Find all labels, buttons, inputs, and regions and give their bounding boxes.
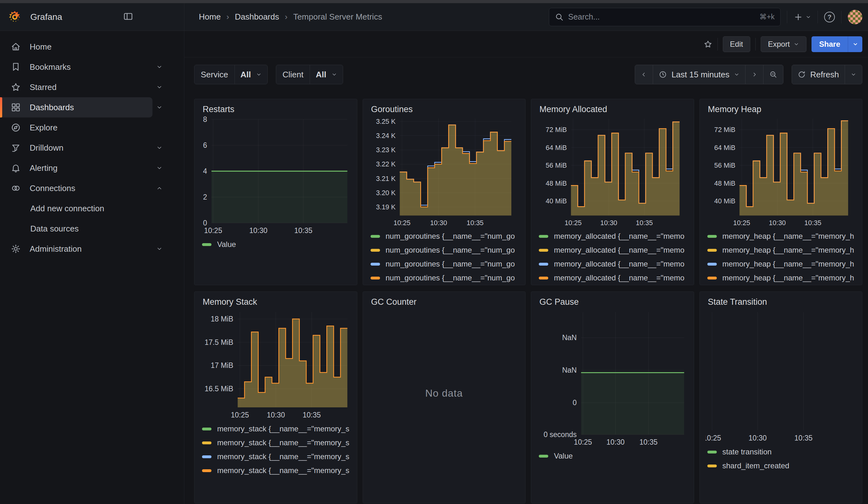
legend-item[interactable]: memory_heap {__name__="memory_h [705, 243, 857, 257]
sidebar-item-alerting[interactable]: Alerting [0, 158, 153, 178]
sidebar-item-label: Starred [30, 82, 56, 92]
user-avatar[interactable] [848, 10, 862, 24]
sidebar-expand-starred[interactable] [153, 84, 166, 90]
state-transition-chart[interactable]: 10:2510:3010:35 [705, 309, 857, 443]
svg-text:3.24 K: 3.24 K [376, 132, 396, 140]
breadcrumb-home[interactable]: Home [199, 12, 221, 22]
legend-swatch [707, 451, 717, 453]
export-button[interactable]: Export [761, 36, 806, 52]
refresh-interval-button[interactable] [845, 65, 862, 84]
sidebar-item-home[interactable]: Home [0, 37, 166, 57]
legend: Value [537, 449, 688, 463]
legend-item[interactable]: memory_allocated {__name__="memo [537, 257, 688, 271]
legend-item[interactable]: memory_allocated {__name__="memo [537, 229, 688, 243]
legend-item[interactable]: num_goroutines {__name__="num_go [369, 243, 520, 257]
goroutines-chart[interactable]: 3.25 K3.24 K3.23 K3.22 K3.21 K3.20 K3.19… [369, 116, 520, 227]
sidebar-item-administration[interactable]: Administration [0, 239, 153, 259]
svg-text:17 MiB: 17 MiB [210, 361, 233, 369]
legend-item[interactable]: memory_heap {__name__="memory_h [705, 257, 857, 271]
chevron-down-icon [794, 41, 799, 47]
sidebar-expand-administration[interactable] [153, 246, 166, 252]
sidebar-toggle-button[interactable] [123, 11, 133, 23]
panel-title[interactable]: Memory Stack [200, 296, 351, 309]
legend-item[interactable]: memory_allocated {__name__="memo [537, 271, 688, 285]
client-filter[interactable]: Client All [276, 65, 343, 84]
refresh-button[interactable]: Refresh [792, 65, 845, 84]
legend-item[interactable]: Value [200, 237, 351, 251]
legend-item[interactable]: memory_stack {__name__="memory_s [200, 422, 351, 436]
service-filter[interactable]: Service All [194, 65, 268, 84]
legend-item[interactable]: memory_stack {__name__="memory_s [200, 464, 351, 477]
favorite-star-button[interactable] [704, 40, 712, 49]
share-button[interactable]: Share [812, 36, 848, 52]
breadcrumb-dashboards[interactable]: Dashboards [235, 12, 279, 22]
breadcrumb-current: Temporal Server Metrics [293, 12, 382, 22]
sidebar-item-explore[interactable]: Explore [0, 117, 166, 138]
legend-item[interactable]: memory_allocated {__name__="memo [537, 243, 688, 257]
legend-item[interactable]: memory_heap {__name__="memory_h [705, 229, 857, 243]
panel-title[interactable]: GC Counter [369, 296, 520, 309]
legend-label: memory_stack {__name__="memory_s [217, 424, 349, 433]
panel-title[interactable]: Goroutines [369, 103, 520, 116]
legend-item[interactable]: Value [537, 449, 688, 463]
time-range-picker[interactable]: Last 15 minutes [653, 65, 745, 84]
share-menu-button[interactable] [848, 36, 862, 52]
filters-bar: Service All Client All [184, 65, 868, 84]
bell-icon [11, 163, 21, 173]
sidebar-item-dashboards[interactable]: Dashboards [0, 97, 153, 117]
brand-name[interactable]: Grafana [30, 12, 62, 22]
legend-item[interactable]: shard_item_created [705, 459, 857, 473]
sidebar-item-add-new-connection[interactable]: Add new connection [0, 198, 166, 218]
sidebar-item-label: Alerting [30, 163, 58, 173]
sidebar-item-data-sources[interactable]: Data sources [0, 218, 166, 239]
sidebar-item-bookmarks[interactable]: Bookmarks [0, 57, 153, 77]
time-back-button[interactable] [635, 65, 653, 84]
svg-text:64 MiB: 64 MiB [546, 144, 567, 152]
restarts-chart[interactable]: 8642010:2510:3010:35 [200, 116, 351, 236]
panel-title[interactable]: Memory Heap [705, 103, 857, 116]
share-button-group: Share [812, 36, 862, 52]
panel-title[interactable]: State Transition [705, 296, 857, 309]
help-button[interactable]: ? [824, 12, 835, 22]
sidebar-item-drilldown[interactable]: Drilldown [0, 138, 153, 158]
search-box[interactable]: ⌘+k [549, 8, 781, 26]
legend-item[interactable]: memory_heap {__name__="memory_h [705, 271, 857, 285]
add-new-button[interactable] [794, 12, 811, 22]
legend-item[interactable]: num_goroutines {__name__="num_go [369, 257, 520, 271]
star-outline-icon [704, 40, 712, 49]
sidebar-collapse-connections[interactable] [153, 185, 166, 192]
legend-item[interactable]: memory_stack {__name__="memory_s [200, 450, 351, 464]
svg-text:10:35: 10:35 [794, 434, 813, 442]
edit-button[interactable]: Edit [723, 36, 750, 52]
sidebar-expand-alerting[interactable] [153, 165, 166, 171]
sidebar-item-connections[interactable]: Connections [0, 178, 153, 198]
chevron-up-icon [156, 185, 163, 192]
panel-title[interactable]: GC Pause [537, 296, 688, 309]
svg-text:10:25: 10:25 [204, 226, 222, 235]
svg-text:48 MiB: 48 MiB [714, 180, 735, 187]
legend-label: memory_heap {__name__="memory_h [723, 246, 854, 255]
dock-panel-icon [123, 11, 133, 21]
memory-heap-chart[interactable]: 72 MiB64 MiB56 MiB48 MiB40 MiB10:2510:30… [705, 116, 857, 227]
panel-title[interactable]: Restarts [200, 103, 351, 116]
legend-item[interactable]: memory_stack {__name__="memory_s [200, 436, 351, 450]
legend-item[interactable]: state transition [705, 445, 857, 459]
zoom-out-button[interactable] [763, 65, 783, 84]
memory-allocated-chart[interactable]: 72 MiB64 MiB56 MiB48 MiB40 MiB10:2510:30… [537, 116, 688, 227]
legend-item[interactable]: num_goroutines {__name__="num_go [369, 271, 520, 285]
top-nav-bar: Grafana Home › Dashboards › Temporal Ser… [0, 3, 868, 31]
legend-item[interactable]: num_goroutines {__name__="num_go [369, 229, 520, 243]
sidebar-item-starred[interactable]: Starred [0, 77, 153, 97]
svg-text:18 MiB: 18 MiB [210, 315, 233, 323]
panel-title[interactable]: Memory Allocated [537, 103, 688, 116]
search-input[interactable] [568, 12, 755, 21]
svg-text:4: 4 [203, 167, 207, 175]
svg-text:10:35: 10:35 [804, 219, 821, 227]
memory-stack-chart[interactable]: 18 MiB17.5 MiB17 MiB16.5 MiB10:2510:3010… [200, 309, 351, 420]
sidebar-expand-bookmarks[interactable] [153, 64, 166, 70]
time-forward-button[interactable] [745, 65, 763, 84]
grafana-logo-icon[interactable] [8, 10, 21, 24]
sidebar-expand-dashboards[interactable] [153, 104, 166, 111]
gc-pause-chart[interactable]: NaNNaN00 seconds10:2510:3010:35 [537, 309, 688, 447]
sidebar-expand-drilldown[interactable] [153, 145, 166, 151]
